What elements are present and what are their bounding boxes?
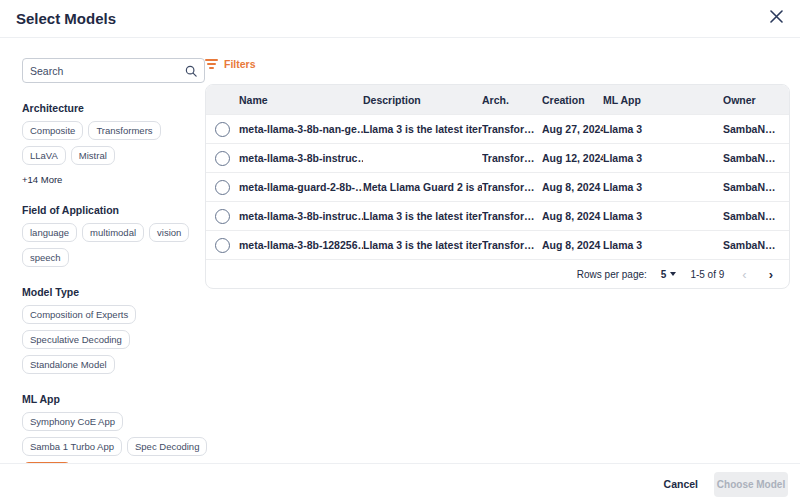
chevron-left-icon[interactable]: ‹ — [738, 268, 750, 281]
filter-chip[interactable]: Standalone Model — [22, 355, 115, 374]
cell-description: Llama 3 is the latest itera… — [363, 210, 482, 222]
table-row[interactable]: meta-llama-3-8b-128256… Llama 3 is the l… — [206, 230, 789, 259]
filter-chip[interactable]: language — [22, 223, 77, 242]
filter-section-title: Model Type — [22, 286, 205, 298]
cell-owner: SambaN… — [723, 181, 789, 193]
filter-chip[interactable]: Composition of Experts — [22, 305, 136, 324]
cell-name: meta-llama-guard-2-8b-… — [239, 181, 363, 193]
filter-sidebar: Architecture CompositeTransformersLLaVAM… — [0, 38, 205, 466]
cell-mlapp: Llama 3 — [603, 152, 723, 164]
cancel-button[interactable]: Cancel — [664, 478, 698, 490]
cell-arch: Transfor… — [482, 210, 542, 222]
radio-button[interactable] — [215, 151, 230, 166]
cell-arch: Transfor… — [482, 123, 542, 135]
chip-group: CompositeTransformersLLaVAMistral — [22, 121, 208, 165]
cell-owner: SambaN… — [723, 239, 789, 251]
filter-sections: Architecture CompositeTransformersLLaVAM… — [22, 102, 205, 504]
filter-section-title: Architecture — [22, 102, 205, 114]
filter-chip[interactable]: Speculative Decoding — [22, 330, 130, 349]
column-header-creation: Creation — [542, 94, 603, 106]
cell-creation: Aug 8, 2024 — [542, 210, 603, 222]
filter-section: Model Type Composition of ExpertsSpecula… — [22, 286, 205, 374]
rows-per-page-select[interactable]: 5 — [661, 269, 677, 280]
cell-mlapp: Llama 3 — [603, 239, 723, 251]
filter-section: Field of Application languagemultimodalv… — [22, 204, 205, 267]
cell-owner: SambaN… — [723, 123, 789, 135]
chip-group: Composition of ExpertsSpeculative Decodi… — [22, 305, 208, 374]
column-header-arch: Arch. — [482, 94, 542, 106]
cell-mlapp: Llama 3 — [603, 181, 723, 193]
choose-model-button[interactable]: Choose Model — [714, 472, 788, 497]
column-header-name: Name — [239, 94, 363, 106]
radio-button[interactable] — [215, 238, 230, 253]
filter-chip[interactable]: Symphony CoE App — [22, 412, 123, 431]
filter-section-title: Field of Application — [22, 204, 205, 216]
dialog-title: Select Models — [16, 10, 116, 27]
cell-creation: Aug 27, 2024 — [542, 123, 603, 135]
dialog-body: Architecture CompositeTransformersLLaVAM… — [0, 38, 800, 466]
filter-chip[interactable]: speech — [22, 248, 69, 267]
cell-creation: Aug 8, 2024 — [542, 239, 603, 251]
show-more-link[interactable]: +14 More — [22, 174, 205, 185]
cell-mlapp: Llama 3 — [603, 210, 723, 222]
cell-arch: Transfor… — [482, 181, 542, 193]
search-box — [22, 58, 205, 83]
search-input[interactable] — [30, 65, 185, 77]
filter-chip[interactable]: Composite — [22, 121, 83, 140]
filter-section-title: ML App — [22, 393, 205, 405]
models-table: Name Description Arch. Creation ML App O… — [205, 84, 790, 289]
cell-arch: Transfor… — [482, 239, 542, 251]
column-header-owner: Owner — [723, 94, 789, 106]
filter-chip[interactable]: Transformers — [88, 121, 160, 140]
rows-per-page-label: Rows per page: — [577, 269, 647, 280]
radio-button[interactable] — [215, 209, 230, 224]
table-row[interactable]: meta-llama-3-8b-nan-ge… Llama 3 is the l… — [206, 114, 789, 143]
cell-description: Llama 3 is the latest itera… — [363, 239, 482, 251]
chevron-down-icon — [670, 272, 676, 276]
table-body: meta-llama-3-8b-nan-ge… Llama 3 is the l… — [206, 114, 789, 259]
radio-button[interactable] — [215, 122, 230, 137]
cell-name: meta-llama-3-8b-128256… — [239, 239, 363, 251]
chip-group: languagemultimodalvisionspeech — [22, 223, 208, 267]
column-header-description: Description — [363, 94, 482, 106]
radio-button[interactable] — [215, 180, 230, 195]
filter-chip[interactable]: Mistral — [71, 146, 115, 165]
cell-name: meta-llama-3-8b-instruc… — [239, 152, 363, 164]
filter-chip[interactable]: multimodal — [82, 223, 144, 242]
filter-chip[interactable]: vision — [149, 223, 189, 242]
table-header-row: Name Description Arch. Creation ML App O… — [206, 85, 789, 114]
search-icon — [185, 65, 197, 77]
filter-chip[interactable]: LLaVA — [22, 146, 66, 165]
filters-button[interactable]: Filters — [205, 58, 256, 70]
cell-owner: SambaN… — [723, 152, 789, 164]
filter-icon — [205, 59, 218, 69]
cell-owner: SambaN… — [723, 210, 789, 222]
filters-button-label: Filters — [224, 58, 256, 70]
dialog-footer: Cancel Choose Model — [0, 463, 800, 504]
table-row[interactable]: meta-llama-guard-2-8b-… Meta Llama Guard… — [206, 172, 789, 201]
close-icon[interactable] — [766, 8, 786, 28]
main-panel: Filters Name Description Arch. Creation … — [205, 38, 800, 466]
filter-section: Architecture CompositeTransformersLLaVAM… — [22, 102, 205, 185]
pagination-range: 1-5 of 9 — [690, 269, 724, 280]
table-row[interactable]: meta-llama-3-8b-instruc… Llama 3 is the … — [206, 201, 789, 230]
filter-chip[interactable]: Spec Decoding — [127, 437, 207, 456]
pagination-bar: Rows per page: 5 1-5 of 9 ‹ › — [206, 259, 789, 288]
cell-creation: Aug 8, 2024 — [542, 181, 603, 193]
cell-arch: Transfor… — [482, 152, 542, 164]
chevron-right-icon[interactable]: › — [765, 268, 777, 281]
filter-chip[interactable]: Samba 1 Turbo App — [22, 437, 122, 456]
cell-description: Meta Llama Guard 2 is an … — [363, 181, 482, 193]
cell-description: Llama 3 is the latest itera… — [363, 123, 482, 135]
table-row[interactable]: meta-llama-3-8b-instruc… Transfor… Aug 1… — [206, 143, 789, 172]
column-header-mlapp: ML App — [603, 94, 723, 106]
cell-creation: Aug 12, 2024 — [542, 152, 603, 164]
cell-mlapp: Llama 3 — [603, 123, 723, 135]
cell-name: meta-llama-3-8b-instruc… — [239, 210, 363, 222]
rows-per-page-value: 5 — [661, 269, 667, 280]
cell-name: meta-llama-3-8b-nan-ge… — [239, 123, 363, 135]
dialog-header: Select Models — [0, 0, 800, 38]
select-models-dialog: Select Models Architecture CompositeTran… — [0, 0, 800, 504]
